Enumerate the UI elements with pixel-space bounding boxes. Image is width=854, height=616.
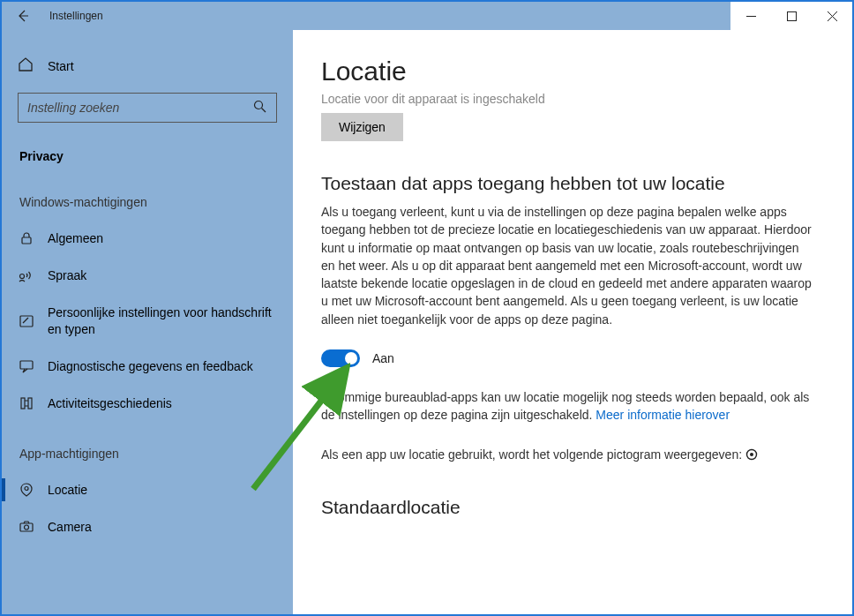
search-box[interactable] bbox=[18, 93, 277, 123]
close-button[interactable] bbox=[812, 2, 852, 30]
speech-icon bbox=[18, 268, 35, 282]
nav-item-locatie[interactable]: Locatie bbox=[2, 471, 293, 508]
camera-icon bbox=[18, 520, 35, 534]
sidebar: Start Privacy Windows-machtigingen Algem… bbox=[2, 30, 293, 614]
allow-description: Als u toegang verleent, kunt u via de in… bbox=[321, 203, 815, 328]
lock-icon bbox=[18, 231, 35, 245]
home-icon bbox=[18, 56, 35, 75]
location-indicator-icon bbox=[745, 447, 758, 465]
window-controls bbox=[730, 2, 852, 30]
titlebar: Instellingen bbox=[2, 2, 852, 30]
svg-rect-2 bbox=[22, 237, 31, 244]
svg-rect-9 bbox=[20, 523, 33, 531]
nav-item-handschrift[interactable]: Persoonlijke instellingen voor handschri… bbox=[2, 294, 293, 347]
maximize-button[interactable] bbox=[771, 2, 812, 30]
search-input[interactable] bbox=[27, 101, 253, 115]
current-section: Privacy bbox=[2, 140, 293, 184]
note-text: n sommige bureaublad-apps kan uw locatie… bbox=[321, 390, 809, 422]
svg-point-8 bbox=[25, 487, 28, 491]
desktop-apps-note: n sommige bureaublad-apps kan uw locatie… bbox=[321, 388, 815, 424]
nav-label: Persoonlijke instellingen voor handschri… bbox=[48, 304, 277, 336]
search-icon bbox=[253, 100, 267, 116]
nav-label: Activiteitsgeschiedenis bbox=[48, 395, 277, 411]
nav-item-camera[interactable]: Camera bbox=[2, 508, 293, 545]
pen-icon bbox=[18, 314, 35, 328]
start-link[interactable]: Start bbox=[2, 48, 293, 84]
svg-rect-6 bbox=[21, 398, 25, 409]
location-icon-note: Als een app uw locatie gebruikt, wordt h… bbox=[321, 446, 815, 465]
location-toggle-row: Aan bbox=[321, 349, 820, 367]
svg-point-1 bbox=[255, 101, 263, 109]
group-header-apps: App-machtigingen bbox=[2, 422, 293, 471]
app-title: Instellingen bbox=[49, 10, 103, 22]
back-arrow-icon bbox=[16, 9, 30, 23]
svg-rect-5 bbox=[20, 361, 33, 369]
svg-rect-7 bbox=[28, 398, 32, 409]
more-info-link[interactable]: Meer informatie hierover bbox=[596, 408, 730, 422]
toggle-label: Aan bbox=[372, 351, 394, 365]
svg-point-12 bbox=[750, 453, 753, 456]
history-icon bbox=[18, 396, 35, 410]
location-icon bbox=[18, 483, 35, 497]
change-button[interactable]: Wijzigen bbox=[321, 113, 403, 141]
nav-item-activity[interactable]: Activiteitsgeschiedenis bbox=[2, 385, 293, 422]
location-status: Locatie voor dit apparaat is ingeschakel… bbox=[321, 92, 820, 106]
minimize-button[interactable] bbox=[730, 2, 771, 30]
nav-label: Diagnostische gegevens en feedback bbox=[48, 358, 277, 374]
nav-label: Spraak bbox=[48, 267, 277, 283]
nav-label: Algemeen bbox=[48, 230, 277, 246]
feedback-icon bbox=[18, 359, 35, 373]
nav-label: Locatie bbox=[48, 482, 277, 498]
toggle-knob bbox=[345, 352, 357, 364]
back-button[interactable] bbox=[2, 2, 44, 30]
nav-item-diagnostics[interactable]: Diagnostische gegevens en feedback bbox=[2, 348, 293, 385]
start-label: Start bbox=[48, 59, 74, 73]
svg-rect-0 bbox=[787, 11, 796, 20]
default-location-heading: Standaardlocatie bbox=[321, 497, 820, 518]
svg-point-3 bbox=[20, 274, 25, 279]
location-toggle[interactable] bbox=[321, 349, 360, 367]
nav-label: Camera bbox=[48, 519, 277, 535]
allow-heading: Toestaan dat apps toegang hebben tot uw … bbox=[321, 173, 820, 194]
svg-rect-4 bbox=[20, 316, 33, 327]
content-area: Locatie Locatie voor dit apparaat is ing… bbox=[293, 30, 852, 614]
icon-note-text: Als een app uw locatie gebruikt, wordt h… bbox=[321, 447, 742, 462]
group-header-windows: Windows-machtigingen bbox=[2, 184, 293, 220]
svg-point-10 bbox=[25, 525, 29, 530]
nav-item-algemeen[interactable]: Algemeen bbox=[2, 220, 293, 257]
page-title: Locatie bbox=[321, 56, 820, 86]
nav-item-spraak[interactable]: Spraak bbox=[2, 257, 293, 294]
